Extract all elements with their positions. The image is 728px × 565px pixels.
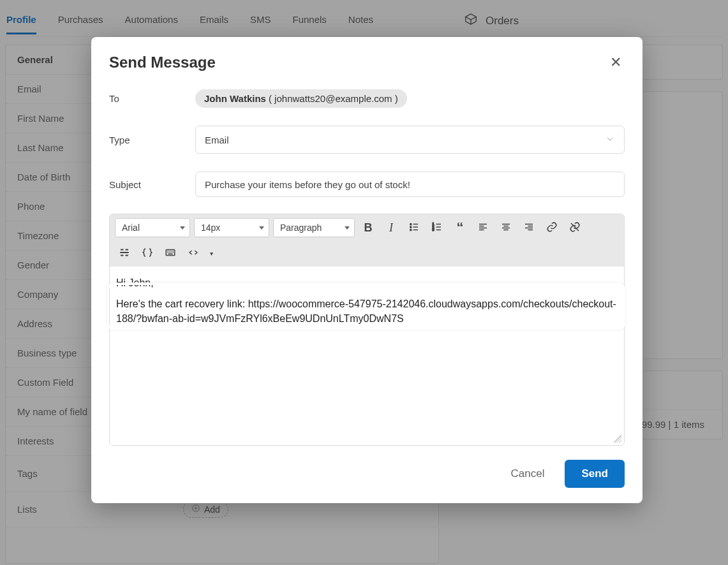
merge-tags-icon (142, 247, 153, 260)
resize-grip[interactable] (614, 435, 621, 443)
close-button[interactable]: ✕ (607, 54, 625, 71)
block-format-value: Paragraph (280, 223, 322, 233)
recipient-email: ( johnwatts20@example.com ) (269, 93, 398, 104)
quote-button[interactable]: “ (450, 218, 470, 237)
align-center-button[interactable] (496, 218, 516, 237)
font-family-select[interactable]: Arial (115, 218, 190, 237)
send-message-modal: Send Message ✕ To John Watkins ( johnwat… (91, 37, 643, 503)
align-right-icon (523, 221, 535, 235)
code-view-button[interactable] (184, 244, 203, 263)
rich-text-editor: Arial 14px Paragraph B I 123 “ ▾ (109, 214, 625, 446)
merge-tags-button[interactable] (138, 244, 157, 263)
bullet-list-icon (408, 221, 420, 235)
font-size-select[interactable]: 14px (194, 218, 269, 237)
align-right-button[interactable] (519, 218, 539, 237)
svg-text:3: 3 (433, 228, 435, 231)
to-label: To (109, 93, 195, 104)
svg-point-3 (410, 226, 412, 227)
type-label: Type (109, 135, 195, 145)
more-toolbar-button[interactable]: ▾ (207, 244, 216, 263)
subject-input[interactable] (195, 172, 625, 197)
block-format-select[interactable]: Paragraph (273, 218, 355, 237)
type-value: Email (205, 135, 229, 145)
caret-down-icon: ▾ (210, 250, 213, 257)
recipient-name: John Watkins (204, 93, 266, 104)
editor-line-greeting: Hi John, (116, 275, 618, 290)
hr-icon (119, 247, 130, 260)
bold-button[interactable]: B (359, 218, 378, 237)
send-button[interactable]: Send (565, 460, 625, 488)
italic-icon: I (389, 221, 393, 235)
align-center-icon (500, 221, 512, 235)
keyboard-button[interactable] (161, 244, 180, 263)
font-family-value: Arial (122, 223, 140, 233)
bullet-list-button[interactable] (405, 218, 424, 237)
bold-icon: B (364, 221, 373, 235)
keyboard-icon (165, 247, 176, 260)
editor-toolbar: Arial 14px Paragraph B I 123 “ ▾ (110, 214, 624, 267)
insert-hr-button[interactable] (115, 244, 134, 263)
editor-line-link: Here's the cart recovery link: https://w… (116, 295, 618, 327)
subject-label: Subject (109, 179, 195, 190)
quote-icon: “ (457, 224, 464, 231)
cancel-button[interactable]: Cancel (502, 461, 554, 487)
recipient-chip[interactable]: John Watkins ( johnwatts20@example.com ) (195, 89, 407, 108)
ordered-list-icon: 123 (431, 221, 443, 235)
unlink-icon (569, 221, 581, 235)
ordered-list-button[interactable]: 123 (427, 218, 447, 237)
unlink-button[interactable] (565, 218, 584, 237)
italic-button[interactable]: I (382, 218, 401, 237)
align-left-icon (477, 221, 489, 235)
link-button[interactable] (542, 218, 561, 237)
svg-point-2 (410, 223, 412, 224)
type-select[interactable]: Email (195, 126, 625, 154)
editor-body[interactable]: Hi John, Here's the cart recovery link: … (110, 267, 624, 445)
font-size-value: 14px (201, 223, 220, 233)
align-left-button[interactable] (473, 218, 493, 237)
svg-point-4 (410, 229, 412, 230)
close-icon: ✕ (610, 54, 621, 71)
chevron-down-icon (605, 134, 615, 146)
link-icon (546, 221, 558, 235)
modal-title: Send Message (109, 54, 216, 71)
code-icon (188, 247, 199, 260)
